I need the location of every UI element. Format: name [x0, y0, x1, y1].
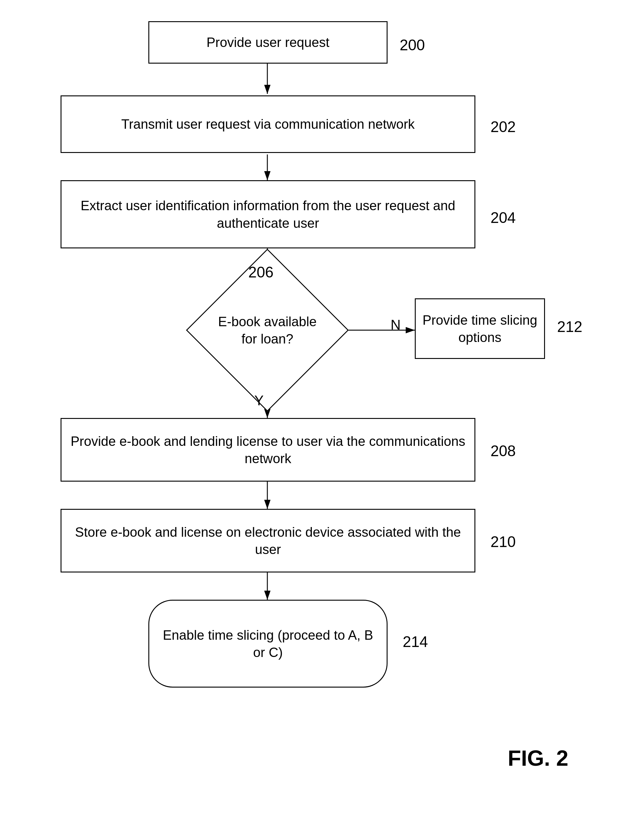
yes-label: Y	[255, 392, 264, 409]
step212-label: Provide time slicing options	[422, 311, 538, 346]
start-label: Provide user request	[207, 34, 330, 51]
label-212: 212	[557, 318, 582, 336]
no-label: N	[391, 317, 400, 333]
step204-label: Extract user identification information …	[67, 197, 468, 231]
step212-box: Provide time slicing options	[415, 298, 545, 359]
fig-label: FIG. 2	[508, 746, 568, 771]
label-214: 214	[403, 633, 428, 651]
step210-box: Store e-book and license on electronic d…	[61, 509, 475, 572]
step202-box: Transmit user request via communication …	[61, 95, 475, 153]
end214-label: Enable time slicing (proceed to A, B or …	[155, 626, 380, 661]
step208-box: Provide e-book and lending license to us…	[61, 418, 475, 482]
diagram-container: Provide user request 200 Transmit user r…	[0, 0, 644, 816]
label-200: 200	[400, 36, 425, 54]
step210-label: Store e-book and license on electronic d…	[67, 523, 468, 558]
start-box: Provide user request	[148, 21, 388, 64]
end214-box: Enable time slicing (proceed to A, B or …	[148, 600, 388, 688]
step202-label: Transmit user request via communication …	[121, 115, 414, 133]
decision206-label: E-book available for loan?	[210, 310, 325, 350]
label-204: 204	[491, 209, 516, 227]
decision206-diamond: E-book available for loan?	[210, 273, 325, 388]
label-206: 206	[248, 264, 273, 281]
label-208: 208	[491, 442, 516, 460]
step208-label: Provide e-book and lending license to us…	[67, 433, 468, 467]
step204-box: Extract user identification information …	[61, 180, 475, 248]
label-202: 202	[491, 118, 516, 136]
label-210: 210	[491, 533, 516, 551]
